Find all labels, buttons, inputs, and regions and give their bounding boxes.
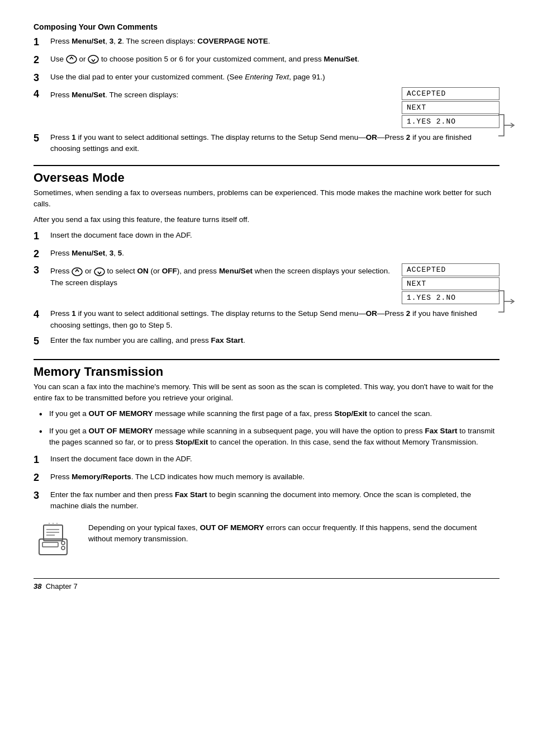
step-text: Press Menu/Set, 3, 5. [50, 248, 499, 259]
overseas-step-3-row: 3 Press or to select ON (or OFF), and pr… [34, 266, 499, 304]
bullet-text: If you get a OUT OF MEMORY message while… [49, 408, 499, 419]
step-text: Enter the fax number you are calling, an… [50, 335, 499, 346]
step-text: Press Menu/Set, 3, 2. The screen display… [50, 36, 499, 47]
step-num: 2 [34, 53, 47, 68]
bullet-icon: • [39, 426, 49, 438]
footer-chapter: Chapter 7 [46, 582, 78, 590]
step-num: 1 [34, 229, 47, 244]
composing-step-4-row: 4 Press Menu/Set. The screen displays: A… [34, 89, 499, 128]
step-text: Press 1 if you want to select additional… [50, 132, 499, 155]
step-text: Press Menu/Set. The screen displays: [50, 89, 391, 101]
lcd-row-next: NEXT [402, 277, 499, 290]
overseas-step-2: 2 Press Menu/Set, 3, 5. [34, 248, 499, 262]
overseas-intro1: Sometimes, when sending a fax to oversea… [34, 187, 499, 210]
bullet-item-2: • If you get a OUT OF MEMORY message whi… [34, 426, 499, 448]
bracket-arrow-icon [497, 290, 515, 313]
bullet-text: If you get a OUT OF MEMORY message while… [49, 426, 499, 448]
footer: 38 Chapter 7 [34, 578, 499, 590]
memory-section: Memory Transmission You can scan a fax i… [34, 359, 499, 561]
step-num: 2 [34, 247, 47, 262]
overseas-step-4: 4 Press 1 if you want to select addition… [34, 308, 499, 331]
composing-section: Composing Your Own Comments 1 Press Menu… [34, 22, 499, 155]
memory-step-3: 3 Enter the fax number and then press Fa… [34, 489, 499, 512]
step-num: 4 [34, 307, 47, 322]
composing-step-1: 1 Press Menu/Set, 3, 2. The screen displ… [34, 36, 499, 50]
lcd-stack: ACCEPTED NEXT 1.YES 2.NO [402, 87, 499, 128]
memory-intro1: You can scan a fax into the machine's me… [34, 381, 499, 404]
step-text: Use or to choose position 5 or 6 for you… [50, 54, 499, 65]
lcd-display-group-composing: ACCEPTED NEXT 1.YES 2.NO [402, 87, 499, 128]
step-text: Insert the document face down in the ADF… [50, 230, 499, 241]
note-box: Depending on your typical faxes, OUT OF … [34, 522, 499, 561]
bullet-icon: • [39, 408, 49, 420]
overseas-section: Overseas Mode Sometimes, when sending a … [34, 165, 499, 349]
memory-step-1: 1 Insert the document face down in the A… [34, 453, 499, 467]
overseas-heading: Overseas Mode [34, 165, 499, 185]
lcd-display-group-overseas: ACCEPTED NEXT 1.YES 2.NO [402, 263, 499, 304]
lcd-stack: ACCEPTED NEXT 1.YES 2.NO [402, 263, 499, 304]
memory-heading: Memory Transmission [34, 359, 499, 379]
step-num: 5 [34, 334, 47, 349]
step-num: 3 [34, 488, 47, 503]
note-text: Depending on your typical faxes, OUT OF … [88, 522, 499, 545]
memory-step-2: 2 Press Memory/Reports. The LCD indicate… [34, 471, 499, 485]
composing-step-3: 3 Use the dial pad to enter your customi… [34, 72, 499, 86]
step-num: 5 [34, 131, 47, 146]
fax-machine-icon [34, 522, 78, 561]
lcd-row-next: NEXT [402, 101, 499, 114]
overseas-step-1: 1 Insert the document face down in the A… [34, 230, 499, 244]
svg-rect-9 [42, 542, 58, 547]
step-num: 2 [34, 470, 47, 485]
step-num: 3 [34, 70, 47, 86]
overseas-step-5: 5 Enter the fax number you are calling, … [34, 335, 499, 349]
step-num: 1 [34, 35, 47, 50]
step-num: 3 [34, 264, 47, 276]
composing-step-2: 2 Use or to choose position 5 or 6 for y… [34, 54, 499, 68]
step-text: Press 1 if you want to select additional… [50, 308, 499, 331]
svg-rect-4 [44, 525, 63, 541]
lcd-row-yes-no: 1.YES 2.NO [402, 291, 499, 304]
bracket-arrow-icon [497, 114, 515, 137]
step-text: Press Memory/Reports. The LCD indicates … [50, 471, 499, 483]
bullet-item-1: • If you get a OUT OF MEMORY message whi… [34, 408, 499, 420]
step-text: Use the dial pad to enter your customize… [50, 72, 499, 83]
lcd-row-accepted: ACCEPTED [402, 87, 499, 100]
step-num: 1 [34, 452, 47, 467]
svg-point-11 [61, 546, 65, 550]
footer-page-number: 38 [34, 582, 41, 590]
step-text: Press or to select ON (or OFF), and pres… [50, 266, 391, 289]
composing-step-5: 5 Press 1 if you want to select addition… [34, 132, 499, 155]
composing-title: Composing Your Own Comments [34, 22, 499, 31]
step-text: Insert the document face down in the ADF… [50, 453, 499, 465]
svg-point-10 [61, 541, 65, 545]
step-text: Enter the fax number and then press Fax … [50, 489, 499, 512]
note-icon [34, 522, 78, 561]
lcd-row-accepted: ACCEPTED [402, 263, 499, 276]
overseas-intro2: After you send a fax using this feature,… [34, 214, 499, 225]
lcd-row-yes-no: 1.YES 2.NO [402, 115, 499, 128]
step-num: 4 [34, 88, 47, 100]
memory-bullets: • If you get a OUT OF MEMORY message whi… [34, 408, 499, 448]
